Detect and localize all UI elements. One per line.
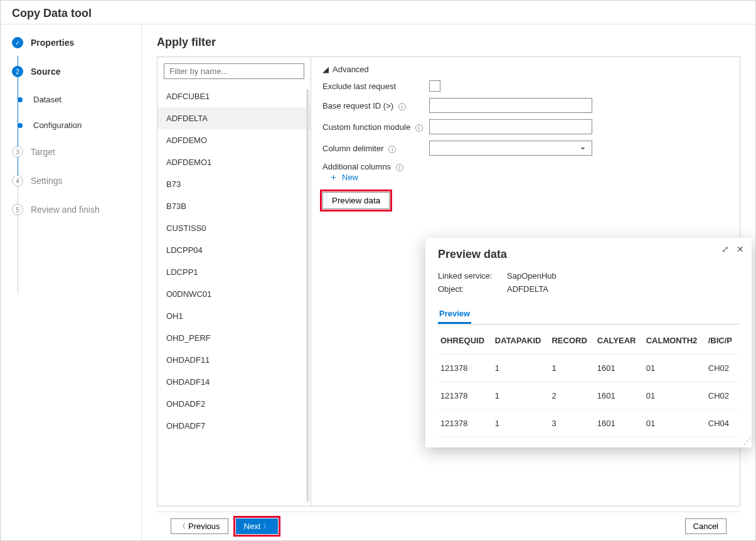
dataset-sidebar: ADFCUBE1ADFDELTAADFDEMOADFDEMO1B73B73BCU… (157, 57, 311, 506)
dataset-item[interactable]: B73 (157, 173, 311, 195)
expand-icon[interactable]: ⤢ (721, 244, 729, 254)
step-label: Properties (31, 38, 74, 48)
next-button[interactable]: Next 〉 (236, 518, 279, 534)
step-source[interactable]: 2 Source (12, 66, 130, 77)
dot-icon (18, 97, 23, 102)
table-header: CALMONTH2 (644, 327, 706, 355)
previous-button[interactable]: 〈 Previous (171, 518, 228, 534)
resize-handle-icon[interactable]: ⋰ (743, 437, 750, 446)
popup-tabs: Preview (438, 305, 739, 324)
table-header: CALYEAR (595, 327, 644, 355)
table-cell: 1 (492, 382, 550, 410)
custom-module-input[interactable] (429, 119, 592, 134)
object-value: ADFDELTA (507, 284, 548, 294)
dataset-item[interactable]: O0DNWC01 (157, 283, 311, 305)
tab-preview[interactable]: Preview (438, 305, 471, 324)
main-content: Apply filter ADFCUBE1ADFDELTAADFDEMOADFD… (142, 24, 755, 540)
step-properties[interactable]: ✓ Properties (12, 37, 130, 48)
info-icon[interactable] (396, 164, 403, 171)
additional-columns-label: Additional columns (322, 162, 403, 171)
window-title: Copy Data tool (1, 1, 755, 24)
table-cell: 1 (492, 410, 550, 437)
dataset-item[interactable]: OHDADF2 (157, 393, 311, 415)
dataset-item[interactable]: OHDADF14 (157, 371, 311, 393)
step-label: Dataset (33, 95, 61, 104)
step-dataset[interactable]: Dataset (14, 95, 130, 104)
page-title: Apply filter (157, 36, 740, 49)
table-cell: 3 (549, 410, 594, 437)
copy-data-tool-window: Copy Data tool ✓ Properties 2 Source Dat… (0, 0, 756, 541)
table-row: 12137811160101CH02 (438, 355, 739, 382)
chevron-right-icon: 〉 (263, 522, 270, 531)
exclude-label: Exclude last request (322, 82, 423, 91)
table-cell: 1601 (595, 410, 644, 437)
dataset-item[interactable]: ADFDEMO1 (157, 151, 311, 173)
table-cell: 1601 (595, 355, 644, 382)
base-request-input[interactable] (429, 98, 592, 113)
dataset-item[interactable]: OH1 (157, 305, 311, 327)
step-number-icon: 3 (12, 146, 23, 158)
preview-popup: ⤢ ✕ Preview data Linked service: SapOpen… (425, 238, 752, 447)
chevron-left-icon: 〈 (179, 522, 186, 531)
table-cell: 01 (644, 410, 706, 437)
linked-service-value: SapOpenHub (507, 271, 556, 281)
object-label: Object: (438, 284, 507, 294)
plus-icon: ＋ (329, 171, 338, 183)
step-settings[interactable]: 4 Settings (12, 175, 130, 186)
table-cell: CH04 (706, 410, 739, 437)
table-cell: 1601 (595, 382, 644, 410)
dataset-item[interactable]: ADFDEMO (157, 129, 311, 151)
dataset-item[interactable]: LDCPP04 (157, 239, 311, 261)
preview-data-button[interactable]: Preview data (322, 192, 390, 209)
dot-icon (18, 123, 23, 128)
base-request-label: Base request ID (>) (322, 101, 423, 110)
linked-service-label: Linked service: (438, 271, 507, 281)
dataset-item[interactable]: ADFCUBE1 (157, 85, 311, 107)
table-cell: 1 (492, 355, 550, 382)
dataset-item[interactable]: OHDADF7 (157, 415, 311, 437)
dataset-item[interactable]: LDCPP1 (157, 261, 311, 283)
new-column-button[interactable]: ＋ New (329, 171, 728, 183)
cancel-button[interactable]: Cancel (685, 518, 727, 534)
table-cell: CH02 (706, 355, 739, 382)
popup-title: Preview data (438, 248, 739, 261)
table-cell: 01 (644, 355, 706, 382)
dataset-item[interactable]: OHD_PERF (157, 327, 311, 349)
dataset-item[interactable]: B73B (157, 195, 311, 217)
advanced-label: Advanced (333, 65, 369, 74)
table-cell: 121378 (438, 382, 492, 410)
close-icon[interactable]: ✕ (737, 244, 744, 254)
table-row: 12137813160101CH04 (438, 410, 739, 437)
step-configuration[interactable]: Configuration (14, 121, 130, 130)
info-icon[interactable] (398, 103, 406, 110)
check-icon: ✓ (12, 37, 23, 48)
custom-module-label: Custom function module (322, 122, 423, 132)
info-icon[interactable] (415, 124, 423, 132)
chevron-down-icon: ◢ (322, 65, 329, 74)
table-header: OHREQUID (438, 327, 492, 355)
table-header: /BIC/P (706, 327, 739, 355)
table-cell: 121378 (438, 410, 492, 437)
dataset-filter-input[interactable] (164, 63, 304, 79)
info-icon[interactable] (388, 146, 396, 153)
step-review[interactable]: 5 Review and finish (12, 204, 130, 215)
advanced-toggle[interactable]: ◢ Advanced (322, 65, 728, 74)
table-cell: 01 (644, 382, 706, 410)
dataset-list[interactable]: ADFCUBE1ADFDELTAADFDEMOADFDEMO1B73B73BCU… (157, 85, 311, 506)
delimiter-select[interactable] (429, 141, 592, 156)
wizard-footer: 〈 Previous Next 〉 Cancel (157, 512, 740, 540)
table-row: 12137812160101CH02 (438, 382, 739, 410)
delimiter-label: Column delimiter (322, 144, 423, 153)
dataset-item[interactable]: CUSTISS0 (157, 217, 311, 239)
dataset-item[interactable]: OHDADF11 (157, 349, 311, 371)
table-header: DATAPAKID (492, 327, 550, 355)
step-target[interactable]: 3 Target (12, 146, 130, 158)
step-label: Source (31, 67, 60, 77)
dataset-item[interactable]: ADFDELTA (157, 107, 311, 129)
step-label: Configuration (33, 121, 82, 130)
preview-table: OHREQUIDDATAPAKIDRECORDCALYEARCALMONTH2/… (438, 327, 739, 437)
step-label: Settings (31, 176, 63, 186)
table-header: RECORD (549, 327, 594, 355)
exclude-checkbox[interactable] (429, 80, 440, 92)
step-label: Review and finish (31, 205, 100, 215)
